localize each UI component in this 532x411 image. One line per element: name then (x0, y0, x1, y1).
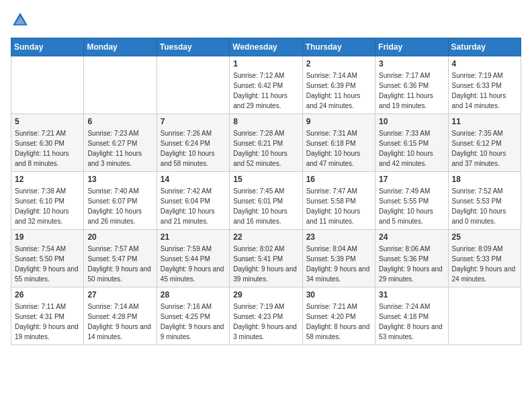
calendar-cell (157, 56, 229, 114)
day-info: Sunrise: 7:31 AM Sunset: 6:18 PM Dayligh… (306, 128, 371, 169)
day-number: 30 (306, 290, 371, 300)
day-number: 21 (161, 232, 226, 242)
calendar-cell: 11Sunrise: 7:35 AM Sunset: 6:12 PM Dayli… (448, 114, 521, 172)
day-info: Sunrise: 7:35 AM Sunset: 6:12 PM Dayligh… (452, 128, 517, 169)
calendar-cell: 2Sunrise: 7:14 AM Sunset: 6:39 PM Daylig… (302, 56, 375, 114)
day-info: Sunrise: 7:17 AM Sunset: 6:36 PM Dayligh… (379, 71, 444, 111)
day-number: 31 (379, 290, 444, 300)
weekday-header-tuesday: Tuesday (157, 38, 229, 56)
day-info: Sunrise: 7:47 AM Sunset: 5:58 PM Dayligh… (306, 186, 371, 226)
day-info: Sunrise: 7:52 AM Sunset: 5:53 PM Dayligh… (452, 186, 517, 226)
weekday-header-friday: Friday (375, 38, 448, 56)
weekday-header-monday: Monday (84, 38, 157, 56)
day-info: Sunrise: 7:11 AM Sunset: 4:31 PM Dayligh… (15, 302, 80, 342)
day-number: 20 (87, 232, 152, 242)
day-number: 22 (233, 232, 298, 242)
weekday-header-wednesday: Wednesday (230, 38, 302, 56)
day-info: Sunrise: 7:14 AM Sunset: 4:28 PM Dayligh… (87, 302, 152, 342)
calendar-cell: 27Sunrise: 7:14 AM Sunset: 4:28 PM Dayli… (84, 287, 157, 345)
day-info: Sunrise: 7:28 AM Sunset: 6:21 PM Dayligh… (233, 128, 298, 169)
calendar-cell: 31Sunrise: 7:24 AM Sunset: 4:18 PM Dayli… (375, 287, 448, 345)
day-number: 5 (15, 117, 80, 126)
day-info: Sunrise: 7:26 AM Sunset: 6:24 PM Dayligh… (161, 128, 226, 169)
day-info: Sunrise: 7:57 AM Sunset: 5:47 PM Dayligh… (87, 244, 152, 284)
calendar-cell: 25Sunrise: 8:09 AM Sunset: 5:33 PM Dayli… (448, 230, 521, 287)
logo (11, 11, 32, 30)
day-info: Sunrise: 8:06 AM Sunset: 5:36 PM Dayligh… (379, 244, 444, 284)
day-info: Sunrise: 8:04 AM Sunset: 5:39 PM Dayligh… (306, 244, 371, 284)
calendar-cell: 21Sunrise: 7:59 AM Sunset: 5:44 PM Dayli… (157, 230, 229, 287)
day-info: Sunrise: 7:59 AM Sunset: 5:44 PM Dayligh… (161, 244, 226, 284)
day-number: 17 (379, 175, 444, 184)
day-number: 10 (379, 117, 444, 126)
day-info: Sunrise: 7:14 AM Sunset: 6:39 PM Dayligh… (306, 71, 371, 111)
calendar-cell: 20Sunrise: 7:57 AM Sunset: 5:47 PM Dayli… (84, 230, 157, 287)
calendar-week-5: 26Sunrise: 7:11 AM Sunset: 4:31 PM Dayli… (11, 287, 521, 345)
calendar-header-row: SundayMondayTuesdayWednesdayThursdayFrid… (11, 38, 521, 56)
calendar-cell: 16Sunrise: 7:47 AM Sunset: 5:58 PM Dayli… (302, 172, 375, 230)
calendar-cell: 3Sunrise: 7:17 AM Sunset: 6:36 PM Daylig… (375, 56, 448, 114)
day-number: 3 (379, 59, 444, 68)
calendar-cell: 24Sunrise: 8:06 AM Sunset: 5:36 PM Dayli… (375, 230, 448, 287)
calendar-cell: 18Sunrise: 7:52 AM Sunset: 5:53 PM Dayli… (448, 172, 521, 230)
day-number: 4 (452, 59, 517, 68)
calendar-cell: 7Sunrise: 7:26 AM Sunset: 6:24 PM Daylig… (157, 114, 229, 172)
calendar-cell: 12Sunrise: 7:38 AM Sunset: 6:10 PM Dayli… (11, 172, 84, 230)
calendar-cell (84, 56, 157, 114)
day-info: Sunrise: 7:23 AM Sunset: 6:27 PM Dayligh… (87, 128, 152, 169)
day-number: 6 (87, 117, 152, 126)
calendar-cell: 23Sunrise: 8:04 AM Sunset: 5:39 PM Dayli… (302, 230, 375, 287)
day-info: Sunrise: 8:02 AM Sunset: 5:41 PM Dayligh… (233, 244, 298, 284)
logo-icon (11, 11, 30, 30)
day-info: Sunrise: 7:33 AM Sunset: 6:15 PM Dayligh… (379, 128, 444, 169)
calendar-cell: 1Sunrise: 7:12 AM Sunset: 6:42 PM Daylig… (230, 56, 302, 114)
day-number: 9 (306, 117, 371, 126)
day-info: Sunrise: 7:49 AM Sunset: 5:55 PM Dayligh… (379, 186, 444, 226)
day-number: 13 (87, 175, 152, 184)
weekday-header-sunday: Sunday (11, 38, 84, 56)
day-info: Sunrise: 7:21 AM Sunset: 6:30 PM Dayligh… (15, 128, 80, 169)
calendar-cell: 15Sunrise: 7:45 AM Sunset: 6:01 PM Dayli… (230, 172, 302, 230)
day-number: 23 (306, 232, 371, 242)
day-info: Sunrise: 7:45 AM Sunset: 6:01 PM Dayligh… (233, 186, 298, 226)
calendar-cell: 22Sunrise: 8:02 AM Sunset: 5:41 PM Dayli… (230, 230, 302, 287)
day-number: 27 (87, 290, 152, 300)
calendar-week-3: 12Sunrise: 7:38 AM Sunset: 6:10 PM Dayli… (11, 172, 521, 230)
day-number: 18 (452, 175, 517, 184)
day-number: 19 (15, 232, 80, 242)
calendar-cell: 19Sunrise: 7:54 AM Sunset: 5:50 PM Dayli… (11, 230, 84, 287)
day-info: Sunrise: 8:09 AM Sunset: 5:33 PM Dayligh… (452, 244, 517, 284)
calendar-cell: 26Sunrise: 7:11 AM Sunset: 4:31 PM Dayli… (11, 287, 84, 345)
day-number: 1 (233, 59, 298, 68)
calendar-cell: 17Sunrise: 7:49 AM Sunset: 5:55 PM Dayli… (375, 172, 448, 230)
calendar-cell: 8Sunrise: 7:28 AM Sunset: 6:21 PM Daylig… (230, 114, 302, 172)
calendar-cell: 14Sunrise: 7:42 AM Sunset: 6:04 PM Dayli… (157, 172, 229, 230)
day-number: 8 (233, 117, 298, 126)
day-info: Sunrise: 7:42 AM Sunset: 6:04 PM Dayligh… (161, 186, 226, 226)
calendar-cell: 10Sunrise: 7:33 AM Sunset: 6:15 PM Dayli… (375, 114, 448, 172)
calendar-cell: 29Sunrise: 7:19 AM Sunset: 4:23 PM Dayli… (230, 287, 302, 345)
calendar-cell: 13Sunrise: 7:40 AM Sunset: 6:07 PM Dayli… (84, 172, 157, 230)
day-number: 28 (161, 290, 226, 300)
calendar-cell: 30Sunrise: 7:21 AM Sunset: 4:20 PM Dayli… (302, 287, 375, 345)
day-number: 2 (306, 59, 371, 68)
calendar-cell: 9Sunrise: 7:31 AM Sunset: 6:18 PM Daylig… (302, 114, 375, 172)
day-number: 25 (452, 232, 517, 242)
calendar-cell: 28Sunrise: 7:16 AM Sunset: 4:25 PM Dayli… (157, 287, 229, 345)
day-number: 16 (306, 175, 371, 184)
day-number: 24 (379, 232, 444, 242)
day-number: 26 (15, 290, 80, 300)
day-number: 29 (233, 290, 298, 300)
weekday-header-thursday: Thursday (302, 38, 375, 56)
day-info: Sunrise: 7:19 AM Sunset: 4:23 PM Dayligh… (233, 302, 298, 342)
calendar-cell: 5Sunrise: 7:21 AM Sunset: 6:30 PM Daylig… (11, 114, 84, 172)
calendar-cell (448, 287, 521, 345)
day-number: 12 (15, 175, 80, 184)
calendar-week-2: 5Sunrise: 7:21 AM Sunset: 6:30 PM Daylig… (11, 114, 521, 172)
day-info: Sunrise: 7:16 AM Sunset: 4:25 PM Dayligh… (161, 302, 226, 342)
day-number: 14 (161, 175, 226, 184)
day-number: 15 (233, 175, 298, 184)
calendar-cell (11, 56, 84, 114)
day-info: Sunrise: 7:40 AM Sunset: 6:07 PM Dayligh… (87, 186, 152, 226)
calendar-table: SundayMondayTuesdayWednesdayThursdayFrid… (11, 38, 521, 345)
